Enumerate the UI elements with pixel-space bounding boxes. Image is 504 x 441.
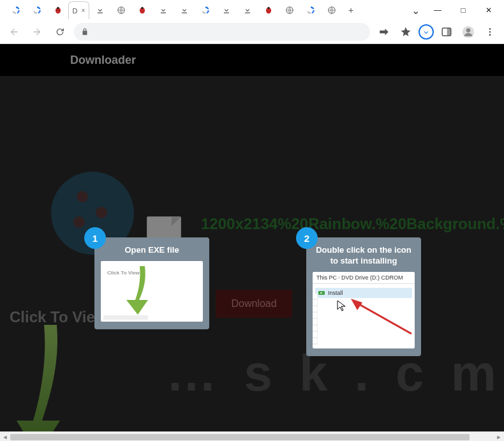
- svg-point-1: [57, 7, 59, 10]
- panel-button[interactable]: [438, 23, 456, 41]
- svg-point-17: [489, 34, 491, 36]
- maximize-button[interactable]: □: [450, 1, 476, 20]
- tab-10[interactable]: [195, 1, 216, 19]
- browser-toolbar: [0, 20, 504, 43]
- tab-4-active[interactable]: D ×: [68, 1, 89, 19]
- breadcrumb-thispc: This PC: [316, 274, 337, 281]
- instruction-card-1: 1 Open EXE file Click To View: [94, 237, 209, 329]
- svg-point-15: [489, 28, 491, 30]
- tab-6[interactable]: [110, 1, 131, 19]
- horizontal-scrollbar[interactable]: ◄ ►: [0, 431, 504, 441]
- globe-icon: [285, 6, 294, 15]
- window-chrome: D × + ⌄ — □ ✕: [0, 0, 504, 44]
- star-icon: [400, 26, 411, 38]
- arrow-right-icon: [32, 27, 42, 37]
- scroll-track[interactable]: [10, 434, 494, 440]
- download-arrow-icon: [422, 28, 430, 36]
- menu-button[interactable]: [481, 23, 499, 41]
- minimize-button[interactable]: —: [425, 1, 450, 20]
- install-label: Install: [328, 290, 343, 296]
- tab-11[interactable]: [216, 1, 237, 19]
- page-header: Downloader: [0, 44, 504, 76]
- panel-icon: [441, 26, 452, 38]
- recaptcha-icon: [306, 6, 315, 15]
- tab-12[interactable]: [237, 1, 258, 19]
- modal-overlay[interactable]: [0, 76, 504, 431]
- tab-close-icon[interactable]: ×: [82, 7, 85, 14]
- reload-button[interactable]: [51, 23, 69, 41]
- svg-marker-20: [351, 299, 362, 310]
- red-arrow-icon: [351, 299, 415, 337]
- tab-8[interactable]: [152, 1, 174, 19]
- lock-icon: [80, 27, 89, 36]
- tab-title: D: [73, 7, 78, 15]
- tab-strip: D × +: [0, 0, 406, 20]
- ladybug-icon: [138, 6, 147, 15]
- scroll-left-icon[interactable]: ◄: [0, 434, 10, 440]
- download-icon: [96, 6, 105, 15]
- installer-icon: [318, 289, 325, 297]
- svg-line-19: [356, 303, 411, 334]
- card-1-title: Open EXE file: [94, 237, 209, 261]
- svg-point-16: [489, 31, 491, 33]
- download-icon: [159, 6, 168, 15]
- page-title: Downloader: [70, 54, 136, 67]
- bookmark-button[interactable]: [397, 23, 415, 41]
- downloads-button[interactable]: [419, 24, 434, 40]
- tabs-dropdown-icon[interactable]: ⌄: [406, 1, 425, 20]
- step-badge-1: 1: [84, 227, 106, 249]
- tab-2[interactable]: [26, 1, 47, 19]
- tab-1[interactable]: [5, 1, 26, 19]
- tab-5[interactable]: [89, 1, 110, 19]
- explorer-breadcrumb: This PC›DVD Drive (D:) CDROM: [313, 272, 415, 284]
- share-icon: [378, 26, 390, 38]
- window-controls: ⌄ — □ ✕: [406, 1, 504, 20]
- thumb-bar: [103, 315, 148, 320]
- person-icon: [462, 26, 475, 38]
- card-1-thumbnail: Click To View: [101, 261, 203, 322]
- tab-7[interactable]: [131, 1, 152, 19]
- new-tab-button[interactable]: +: [342, 1, 360, 19]
- download-icon: [243, 6, 252, 15]
- reload-icon: [55, 27, 65, 37]
- small-green-arrow-icon: [124, 265, 156, 316]
- address-bar[interactable]: [74, 23, 370, 41]
- tab-3[interactable]: [47, 1, 68, 19]
- tab-15[interactable]: [300, 1, 321, 19]
- download-icon: [180, 6, 189, 15]
- svg-point-3: [58, 10, 59, 11]
- close-window-button[interactable]: ✕: [476, 1, 501, 20]
- svg-rect-12: [447, 28, 451, 36]
- download-icon: [222, 6, 231, 15]
- scroll-right-icon[interactable]: ►: [494, 434, 504, 440]
- globe-icon: [327, 6, 336, 15]
- scroll-thumb[interactable]: [10, 434, 470, 440]
- instruction-card-2: 2 Double click on the icon to start inst…: [306, 237, 421, 356]
- tab-13[interactable]: [258, 1, 279, 19]
- toolbar-actions: [375, 23, 499, 41]
- tab-14[interactable]: [279, 1, 300, 19]
- ladybug-icon: [264, 6, 273, 15]
- page-content: Downloader 1200x2134%20Rainbow.%20Backgr…: [0, 44, 504, 431]
- recaptcha-icon: [201, 6, 210, 15]
- breadcrumb-drive: DVD Drive (D:) CDROM: [341, 274, 403, 281]
- tab-9[interactable]: [174, 1, 195, 19]
- install-row: Install: [315, 288, 412, 298]
- recaptcha-icon: [33, 6, 41, 15]
- tab-16[interactable]: [321, 1, 342, 19]
- card-2-title: Double click on the icon to start instal…: [306, 237, 421, 272]
- arrow-left-icon: [9, 27, 19, 37]
- svg-point-8: [267, 7, 270, 10]
- forward-button[interactable]: [28, 23, 46, 41]
- globe-icon: [117, 6, 126, 15]
- share-button[interactable]: [375, 23, 393, 41]
- page-body: 1200x2134%20Rainbow.%20Background.% Down…: [0, 76, 504, 431]
- svg-point-2: [56, 10, 57, 11]
- cursor-icon: [337, 300, 346, 311]
- title-bar: D × + ⌄ — □ ✕: [0, 0, 504, 20]
- back-button[interactable]: [5, 23, 23, 41]
- svg-point-14: [466, 28, 471, 33]
- recaptcha-icon: [11, 6, 20, 15]
- card-2-thumbnail: This PC›DVD Drive (D:) CDROM Install: [313, 272, 415, 348]
- profile-button[interactable]: [459, 23, 477, 41]
